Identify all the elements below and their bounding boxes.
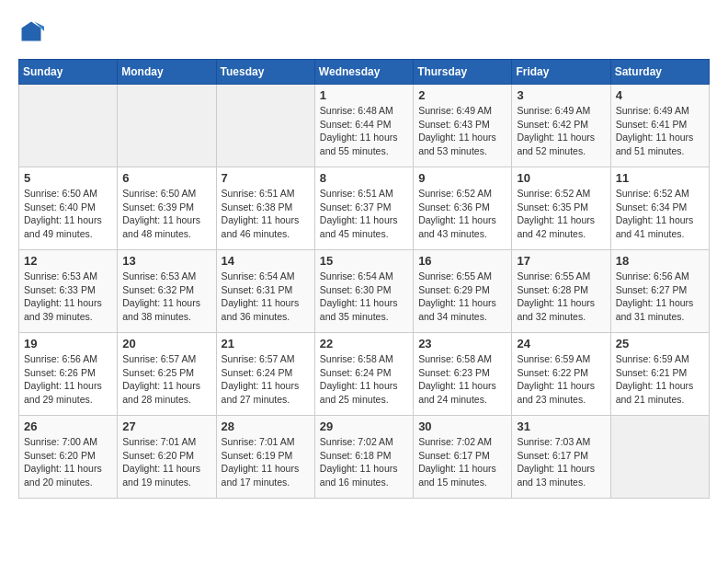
calendar-cell: 23Sunrise: 6:58 AMSunset: 6:23 PMDayligh… <box>414 333 512 416</box>
calendar-cell: 4Sunrise: 6:49 AMSunset: 6:41 PMDaylight… <box>610 85 709 167</box>
calendar-cell <box>610 416 709 499</box>
calendar-cell: 31Sunrise: 7:03 AMSunset: 6:17 PMDayligh… <box>512 416 610 499</box>
day-info: Sunrise: 6:57 AMSunset: 6:25 PMDaylight:… <box>122 352 210 407</box>
day-info: Sunrise: 6:49 AMSunset: 6:41 PMDaylight:… <box>616 104 704 158</box>
calendar-cell: 30Sunrise: 7:02 AMSunset: 6:17 PMDayligh… <box>414 416 512 499</box>
day-number: 1 <box>320 88 408 102</box>
day-number: 8 <box>320 171 408 185</box>
day-number: 19 <box>24 337 112 350</box>
calendar-cell: 20Sunrise: 6:57 AMSunset: 6:25 PMDayligh… <box>118 333 216 416</box>
day-number: 6 <box>122 171 210 185</box>
day-number: 25 <box>616 337 704 350</box>
day-number: 23 <box>418 337 506 350</box>
day-number: 31 <box>517 419 605 433</box>
calendar-cell <box>118 85 216 167</box>
day-number: 5 <box>24 171 112 185</box>
day-of-week-header: Sunday <box>19 60 118 85</box>
day-number: 3 <box>517 88 605 102</box>
calendar-cell: 27Sunrise: 7:01 AMSunset: 6:20 PMDayligh… <box>118 416 216 499</box>
day-info: Sunrise: 6:55 AMSunset: 6:29 PMDaylight:… <box>418 270 506 324</box>
day-info: Sunrise: 6:50 AMSunset: 6:40 PMDaylight:… <box>24 187 112 241</box>
day-info: Sunrise: 6:56 AMSunset: 6:26 PMDaylight:… <box>24 352 112 407</box>
day-number: 7 <box>222 171 310 185</box>
day-number: 14 <box>222 254 310 268</box>
day-number: 18 <box>616 254 704 268</box>
day-info: Sunrise: 6:57 AMSunset: 6:24 PMDaylight:… <box>222 352 310 407</box>
calendar-cell: 5Sunrise: 6:50 AMSunset: 6:40 PMDaylight… <box>19 167 118 250</box>
calendar-cell <box>19 85 118 167</box>
day-info: Sunrise: 7:01 AMSunset: 6:20 PMDaylight:… <box>122 435 210 489</box>
day-of-week-header: Tuesday <box>216 60 314 85</box>
calendar-cell: 24Sunrise: 6:59 AMSunset: 6:22 PMDayligh… <box>512 333 610 416</box>
calendar-cell: 1Sunrise: 6:48 AMSunset: 6:44 PMDaylight… <box>314 85 413 167</box>
day-info: Sunrise: 6:54 AMSunset: 6:30 PMDaylight:… <box>320 270 408 324</box>
day-number: 11 <box>616 171 704 185</box>
day-info: Sunrise: 6:56 AMSunset: 6:27 PMDaylight:… <box>616 270 704 324</box>
day-number: 27 <box>122 419 210 433</box>
day-number: 30 <box>418 419 506 433</box>
day-number: 2 <box>418 88 506 102</box>
day-info: Sunrise: 7:02 AMSunset: 6:17 PMDaylight:… <box>418 435 506 489</box>
day-info: Sunrise: 7:03 AMSunset: 6:17 PMDaylight:… <box>517 435 605 489</box>
day-info: Sunrise: 6:51 AMSunset: 6:37 PMDaylight:… <box>320 187 408 241</box>
calendar-cell: 18Sunrise: 6:56 AMSunset: 6:27 PMDayligh… <box>610 250 709 333</box>
day-number: 15 <box>320 254 408 268</box>
calendar-header: SundayMondayTuesdayWednesdayThursdayFrid… <box>19 60 710 85</box>
calendar-cell: 6Sunrise: 6:50 AMSunset: 6:39 PMDaylight… <box>118 167 216 250</box>
day-info: Sunrise: 6:53 AMSunset: 6:32 PMDaylight:… <box>122 270 210 324</box>
day-info: Sunrise: 6:52 AMSunset: 6:36 PMDaylight:… <box>418 187 506 241</box>
day-info: Sunrise: 6:59 AMSunset: 6:22 PMDaylight:… <box>517 352 605 407</box>
day-of-week-header: Friday <box>512 60 610 85</box>
day-info: Sunrise: 6:49 AMSunset: 6:42 PMDaylight:… <box>517 104 605 158</box>
day-info: Sunrise: 6:52 AMSunset: 6:34 PMDaylight:… <box>616 187 704 241</box>
day-number: 13 <box>122 254 210 268</box>
calendar-cell: 25Sunrise: 6:59 AMSunset: 6:21 PMDayligh… <box>610 333 709 416</box>
day-of-week-header: Saturday <box>610 60 709 85</box>
day-info: Sunrise: 6:58 AMSunset: 6:23 PMDaylight:… <box>418 352 506 407</box>
day-number: 21 <box>222 337 310 350</box>
day-info: Sunrise: 7:01 AMSunset: 6:19 PMDaylight:… <box>222 435 310 489</box>
calendar-cell: 17Sunrise: 6:55 AMSunset: 6:28 PMDayligh… <box>512 250 610 333</box>
day-number: 16 <box>418 254 506 268</box>
day-number: 28 <box>222 419 310 433</box>
calendar-cell: 9Sunrise: 6:52 AMSunset: 6:36 PMDaylight… <box>414 167 512 250</box>
day-of-week-header: Thursday <box>414 60 512 85</box>
calendar-cell: 10Sunrise: 6:52 AMSunset: 6:35 PMDayligh… <box>512 167 610 250</box>
logo-icon <box>18 18 44 44</box>
day-number: 20 <box>122 337 210 350</box>
day-of-week-header: Monday <box>118 60 216 85</box>
calendar-cell: 26Sunrise: 7:00 AMSunset: 6:20 PMDayligh… <box>19 416 118 499</box>
calendar-cell: 19Sunrise: 6:56 AMSunset: 6:26 PMDayligh… <box>19 333 118 416</box>
calendar-cell: 7Sunrise: 6:51 AMSunset: 6:38 PMDaylight… <box>216 167 314 250</box>
calendar-cell: 21Sunrise: 6:57 AMSunset: 6:24 PMDayligh… <box>216 333 314 416</box>
day-info: Sunrise: 6:55 AMSunset: 6:28 PMDaylight:… <box>517 270 605 324</box>
day-info: Sunrise: 6:48 AMSunset: 6:44 PMDaylight:… <box>320 104 408 158</box>
day-number: 12 <box>24 254 112 268</box>
day-info: Sunrise: 6:50 AMSunset: 6:39 PMDaylight:… <box>122 187 210 241</box>
day-info: Sunrise: 6:59 AMSunset: 6:21 PMDaylight:… <box>616 352 704 407</box>
day-number: 29 <box>320 419 408 433</box>
calendar-cell: 15Sunrise: 6:54 AMSunset: 6:30 PMDayligh… <box>314 250 413 333</box>
calendar-cell: 13Sunrise: 6:53 AMSunset: 6:32 PMDayligh… <box>118 250 216 333</box>
calendar-cell: 11Sunrise: 6:52 AMSunset: 6:34 PMDayligh… <box>610 167 709 250</box>
calendar-cell: 29Sunrise: 7:02 AMSunset: 6:18 PMDayligh… <box>314 416 413 499</box>
day-info: Sunrise: 6:58 AMSunset: 6:24 PMDaylight:… <box>320 352 408 407</box>
page-header <box>18 18 710 44</box>
calendar-cell: 8Sunrise: 6:51 AMSunset: 6:37 PMDaylight… <box>314 167 413 250</box>
day-info: Sunrise: 6:52 AMSunset: 6:35 PMDaylight:… <box>517 187 605 241</box>
calendar-cell: 16Sunrise: 6:55 AMSunset: 6:29 PMDayligh… <box>414 250 512 333</box>
calendar-cell: 2Sunrise: 6:49 AMSunset: 6:43 PMDaylight… <box>414 85 512 167</box>
day-info: Sunrise: 6:49 AMSunset: 6:43 PMDaylight:… <box>418 104 506 158</box>
day-info: Sunrise: 6:54 AMSunset: 6:31 PMDaylight:… <box>222 270 310 324</box>
day-number: 24 <box>517 337 605 350</box>
day-number: 17 <box>517 254 605 268</box>
day-number: 9 <box>418 171 506 185</box>
day-info: Sunrise: 7:02 AMSunset: 6:18 PMDaylight:… <box>320 435 408 489</box>
day-info: Sunrise: 6:53 AMSunset: 6:33 PMDaylight:… <box>24 270 112 324</box>
day-number: 26 <box>24 419 112 433</box>
calendar-cell <box>216 85 314 167</box>
day-number: 4 <box>616 88 704 102</box>
day-number: 10 <box>517 171 605 185</box>
logo <box>18 18 48 44</box>
day-of-week-header: Wednesday <box>314 60 413 85</box>
